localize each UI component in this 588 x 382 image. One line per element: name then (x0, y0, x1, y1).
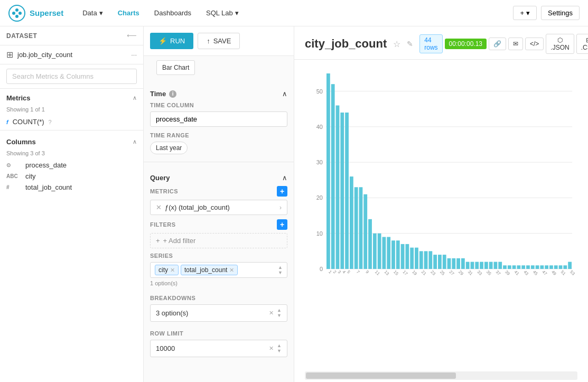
json-button[interactable]: ⬡ .JSON (546, 34, 574, 54)
csv-button[interactable]: ⊞ .CSV (576, 34, 588, 54)
add-button[interactable]: + ▾ (513, 6, 537, 20)
chart-scrollbar[interactable] (305, 371, 577, 380)
metric-tag: ✕ ƒ(x) (total_job_count) › (150, 200, 287, 215)
svg-rect-30 (359, 187, 363, 269)
dataset-name[interactable]: job.job_city_count (17, 51, 127, 59)
time-section-header[interactable]: Time i ∧ (144, 83, 294, 102)
breakdowns-select[interactable]: 3 option(s) ✕ ▲ ▼ (150, 304, 287, 322)
query-section-title: Query (150, 174, 170, 182)
svg-rect-45 (405, 244, 409, 269)
settings-button[interactable]: Settings (541, 6, 580, 20)
svg-rect-37 (382, 237, 386, 269)
svg-rect-76 (503, 265, 507, 269)
svg-rect-51 (424, 251, 428, 269)
collapse-icon[interactable]: ⟵ (127, 32, 137, 40)
svg-rect-36 (378, 234, 381, 269)
metric-tag-left: ✕ ƒ(x) (total_job_count) (156, 203, 230, 211)
code-button[interactable]: </> (525, 38, 544, 50)
search-input[interactable] (6, 69, 137, 84)
row-limit-section: ROW LIMIT 10000 ✕ ▲ ▼ (144, 326, 294, 361)
svg-rect-93 (554, 265, 558, 269)
info-icon[interactable]: i (169, 90, 176, 98)
mail-button[interactable]: ✉ (508, 38, 523, 50)
mail-icon: ✉ (513, 40, 518, 48)
link-button[interactable]: 🔗 (489, 38, 506, 50)
edit-icon[interactable]: ✎ (407, 40, 413, 48)
time-range-tag[interactable]: Last year (150, 142, 188, 154)
time-column-select[interactable]: process_date (150, 111, 287, 127)
time-range-label: TIME RANGE (150, 132, 287, 138)
more-options-icon[interactable]: ··· (131, 51, 137, 59)
svg-rect-72 (489, 262, 493, 269)
svg-text:20: 20 (316, 194, 323, 201)
breakdowns-section: BREAKDOWNS 3 option(s) ✕ ▲ ▼ (144, 291, 294, 326)
chart-actions: 44 rows 00:00:00.13 🔗 ✉ </> ⬡ .JSON ⊞ .C… (419, 34, 588, 54)
clear-icon[interactable]: ✕ (269, 310, 274, 316)
search-box (0, 64, 143, 89)
app-logo[interactable]: Superset (8, 5, 63, 22)
clear-icon[interactable]: ✕ (269, 345, 274, 352)
add-metric-button[interactable]: + (277, 186, 287, 197)
remove-total-tag[interactable]: ✕ (229, 267, 234, 274)
svg-rect-70 (484, 262, 488, 269)
breakdowns-value: 3 option(s) (156, 309, 269, 317)
nav-dashboards[interactable]: Dashboards (148, 6, 198, 20)
svg-rect-23 (340, 113, 344, 269)
top-nav: Superset Data ▾ Charts Dashboards SQL La… (0, 0, 588, 26)
scrollbar-thumb[interactable] (306, 372, 456, 379)
save-button[interactable]: ↑ SAVE (198, 33, 240, 49)
svg-text:25: 25 (439, 269, 446, 276)
metrics-chevron[interactable]: ∧ (133, 95, 137, 101)
svg-text:0: 0 (320, 266, 323, 272)
svg-text:23: 23 (430, 269, 436, 276)
remove-metric-button[interactable]: ✕ (156, 203, 162, 211)
query-section-header[interactable]: Query ∧ (144, 167, 294, 186)
svg-rect-79 (512, 265, 516, 269)
columns-header: Columns ∧ (6, 133, 137, 149)
row-limit-label: ROW LIMIT (150, 330, 287, 337)
metrics-showing: Showing 1 of 1 (6, 105, 137, 116)
row-limit-select[interactable]: 10000 ✕ ▲ ▼ (150, 340, 287, 357)
col-type-0: ⊙ (6, 162, 21, 168)
bar-chart-svg: 0102030405012345791113151719212325272931… (305, 68, 577, 311)
run-button[interactable]: ⚡ RUN (150, 33, 193, 49)
svg-text:37: 37 (495, 269, 502, 276)
star-icon[interactable]: ☆ (393, 39, 400, 49)
metrics-title: Metrics (6, 94, 31, 102)
metric-expand-icon[interactable]: › (279, 204, 282, 211)
nav-right: + ▾ Settings (513, 6, 580, 20)
column-item: # total_job_count (6, 182, 137, 193)
series-tag-city: city ✕ (155, 265, 179, 275)
svg-rect-57 (443, 255, 446, 269)
svg-text:5: 5 (346, 269, 351, 275)
svg-point-3 (15, 8, 18, 12)
help-icon[interactable]: ? (49, 119, 52, 125)
svg-text:33: 33 (476, 269, 483, 276)
svg-text:15: 15 (393, 269, 399, 276)
remove-city-tag[interactable]: ✕ (170, 267, 175, 274)
nav-data[interactable]: Data ▾ (76, 6, 109, 20)
svg-rect-55 (438, 255, 442, 269)
svg-text:4: 4 (341, 269, 347, 275)
svg-text:27: 27 (449, 269, 455, 276)
svg-rect-66 (471, 262, 474, 269)
svg-rect-88 (540, 265, 544, 269)
svg-rect-87 (536, 265, 539, 269)
svg-text:30: 30 (316, 159, 323, 165)
nav-charts[interactable]: Charts (111, 6, 146, 20)
metric-item: f COUNT(*) ? (6, 116, 137, 128)
series-label: SERIES (150, 253, 287, 259)
svg-rect-33 (368, 219, 372, 269)
chart-type-tag[interactable]: Bar Chart (156, 60, 195, 75)
svg-text:21: 21 (421, 269, 427, 276)
columns-chevron[interactable]: ∧ (133, 138, 137, 145)
add-filter-button[interactable]: + (277, 219, 287, 230)
svg-text:13: 13 (383, 269, 390, 276)
tag-label: total_job_count (184, 266, 227, 274)
svg-rect-21 (336, 106, 340, 269)
nav-sql-lab[interactable]: SQL Lab ▾ (200, 6, 245, 20)
chart-type-area: Bar Chart (144, 56, 294, 83)
svg-text:7: 7 (356, 269, 361, 275)
series-tag-total: total_job_count ✕ (181, 265, 238, 275)
add-filter-box[interactable]: + + Add filter (150, 233, 287, 248)
